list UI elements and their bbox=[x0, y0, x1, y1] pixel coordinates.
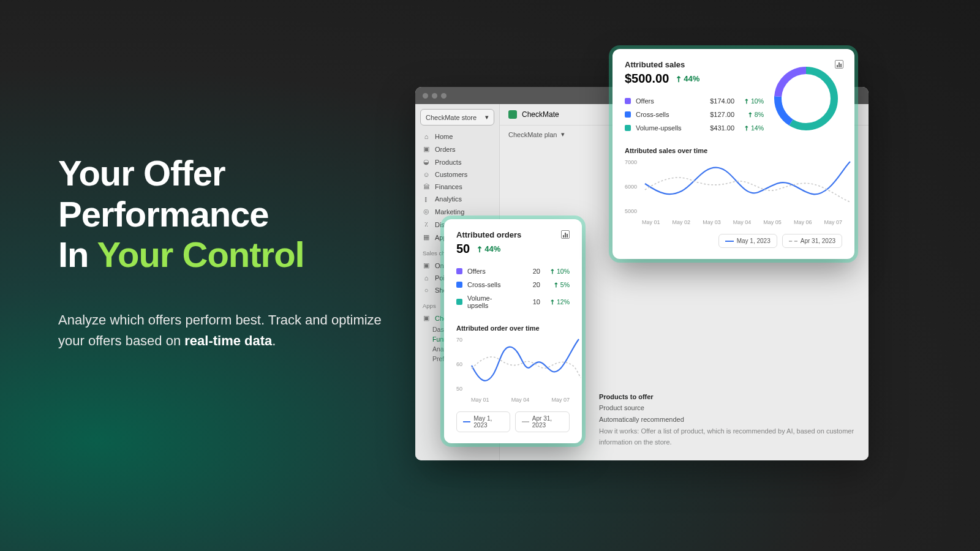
attributed-sales-card: Attributed sales $500.00 ↗44% Offers$174… bbox=[612, 49, 854, 259]
orders-line-chart: 70 60 50 May 01 May 04 May 07 bbox=[456, 338, 570, 403]
sales-ytick: 6000 bbox=[625, 184, 637, 190]
hero-line3-accent: Your Control bbox=[97, 234, 304, 274]
sales-pill-compare[interactable]: Apr 31, 2023 bbox=[782, 234, 842, 248]
legend-delta: ↗ 10% bbox=[540, 268, 570, 275]
sales-xtick: May 02 bbox=[673, 219, 691, 225]
nav-label: Marketing bbox=[435, 208, 464, 216]
pill-label: May 1, 2023 bbox=[737, 238, 771, 244]
sidebar-item-orders[interactable]: ▣Orders bbox=[420, 143, 494, 156]
orders-delta: ↗44% bbox=[476, 244, 500, 253]
sales-ytick: 7000 bbox=[625, 159, 637, 165]
nav-icon: ○ bbox=[423, 287, 430, 294]
legend-delta: ↗ 8% bbox=[734, 111, 764, 118]
nav-icon: ⌂ bbox=[423, 274, 430, 282]
app-icon: ▣ bbox=[423, 314, 430, 322]
app-title: CheckMate bbox=[522, 110, 559, 119]
legend-value: 10 bbox=[505, 298, 540, 305]
orders-ytick: 50 bbox=[456, 386, 462, 392]
orders-xtick: May 04 bbox=[511, 397, 530, 403]
arrow-up-icon: ↗ bbox=[673, 73, 684, 84]
legend-row: Volume-upsells10↗ 12% bbox=[456, 291, 570, 312]
peek-line1: Product source bbox=[599, 402, 856, 414]
legend-swatch bbox=[456, 282, 462, 288]
sales-xtick: May 07 bbox=[824, 219, 842, 225]
store-selector[interactable]: CheckMate store ▾ bbox=[420, 109, 494, 126]
legend-swatch bbox=[625, 125, 631, 131]
sidebar-item-marketing[interactable]: ◎Marketing bbox=[420, 205, 494, 218]
sales-delta: ↗44% bbox=[675, 74, 699, 83]
sidebar-item-finances[interactable]: 🏛Finances bbox=[420, 181, 494, 193]
orders-ytick: 70 bbox=[456, 337, 462, 343]
nav-icon: ⫿ bbox=[423, 195, 430, 203]
nav-icon: 🏛 bbox=[423, 183, 430, 190]
orders-ytick: 60 bbox=[456, 361, 462, 367]
peek-heading: Products to offer bbox=[599, 391, 856, 403]
hero-sub-bold: real-time data bbox=[184, 333, 272, 348]
sidebar-item-analytics[interactable]: ⫿Analytics bbox=[420, 193, 494, 205]
window-dot-yellow[interactable] bbox=[432, 93, 437, 99]
legend-delta: ↗ 14% bbox=[734, 124, 764, 132]
legend-value: $174.00 bbox=[692, 97, 734, 105]
orders-date-pills: May 1, 2023 Apr 31, 2023 bbox=[456, 411, 570, 432]
orders-pill-compare[interactable]: Apr 31, 2023 bbox=[515, 411, 570, 432]
content-peek: Products to offer Product source Automat… bbox=[599, 391, 856, 448]
sales-line-chart: 7000 6000 5000 May 01 May 02 May 03 May … bbox=[625, 160, 842, 225]
legend-row: Cross-sells$127.00↗ 8% bbox=[625, 108, 764, 121]
hero-subtitle: Analyze which offers perform best. Track… bbox=[58, 310, 401, 351]
attributed-orders-card: Attributed orders 50 ↗44% Offers20↗ 10%C… bbox=[444, 219, 582, 443]
sales-xtick: May 03 bbox=[703, 219, 721, 225]
pill-label: Apr 31, 2023 bbox=[801, 238, 835, 244]
sales-xtick: May 05 bbox=[763, 219, 782, 225]
sales-card-title: Attributed sales bbox=[625, 60, 764, 69]
window-dot-green[interactable] bbox=[441, 93, 447, 99]
hero-line3-pre: In bbox=[58, 234, 97, 274]
legend-row: Offers20↗ 10% bbox=[456, 264, 570, 278]
hero-line2: Performance bbox=[58, 194, 269, 234]
legend-name: Volume-upsells bbox=[636, 124, 692, 132]
nav-icon: ٪ bbox=[423, 220, 430, 228]
orders-value: 50 bbox=[456, 242, 470, 256]
plan-tab-label: CheckMate plan bbox=[508, 131, 557, 138]
legend-swatch bbox=[625, 98, 631, 104]
app-badge-icon bbox=[508, 110, 517, 119]
arrow-up-icon: ↗ bbox=[474, 243, 485, 254]
bar-chart-icon[interactable] bbox=[835, 60, 843, 69]
orders-card-title: Attributed orders bbox=[456, 230, 521, 239]
nav-icon: ▦ bbox=[423, 233, 430, 241]
hero-sub-post: . bbox=[272, 333, 276, 348]
nav-icon: ▣ bbox=[423, 261, 430, 269]
sidebar-item-home[interactable]: ⌂Home bbox=[420, 130, 494, 143]
legend-delta: ↗ 10% bbox=[734, 97, 764, 105]
hero: Your Offer Performance In Your Control A… bbox=[58, 153, 401, 351]
nav-icon: ◎ bbox=[423, 208, 430, 216]
nav-icon: ◒ bbox=[423, 158, 430, 166]
legend-swatch bbox=[456, 268, 462, 274]
hero-heading: Your Offer Performance In Your Control bbox=[58, 153, 401, 276]
hero-line1: Your Offer bbox=[58, 153, 225, 193]
orders-subchart-title: Attributed order over time bbox=[456, 324, 570, 332]
nav-label: Customers bbox=[435, 171, 467, 178]
nav-icon: ☺ bbox=[423, 171, 430, 178]
sidebar-item-customers[interactable]: ☺Customers bbox=[420, 168, 494, 181]
sidebar-item-products[interactable]: ◒Products bbox=[420, 156, 494, 168]
sales-xtick: May 04 bbox=[733, 219, 752, 225]
legend-name: Cross-sells bbox=[467, 281, 505, 288]
legend-delta: ↗ 5% bbox=[540, 281, 570, 288]
sales-xtick: May 06 bbox=[794, 219, 812, 225]
sales-xtick: May 01 bbox=[642, 219, 660, 225]
legend-row: Cross-sells20↗ 5% bbox=[456, 278, 570, 291]
bar-chart-icon[interactable] bbox=[561, 230, 570, 239]
orders-xtick: May 07 bbox=[551, 397, 570, 403]
sales-pill-current[interactable]: May 1, 2023 bbox=[718, 234, 777, 248]
sales-ytick: 5000 bbox=[625, 208, 637, 214]
nav-icon: ▣ bbox=[423, 145, 430, 153]
peek-line2: Automatically recommended bbox=[599, 414, 856, 425]
window-dot-red[interactable] bbox=[423, 93, 428, 99]
legend-value: 20 bbox=[505, 268, 540, 275]
nav-icon: ⌂ bbox=[423, 133, 430, 140]
chevron-down-icon: ▾ bbox=[485, 113, 489, 121]
sales-value: $500.00 bbox=[625, 72, 669, 86]
orders-pill-current[interactable]: May 1, 2023 bbox=[456, 411, 510, 432]
nav-label: Orders bbox=[435, 146, 456, 153]
nav-label: Products bbox=[435, 159, 461, 166]
